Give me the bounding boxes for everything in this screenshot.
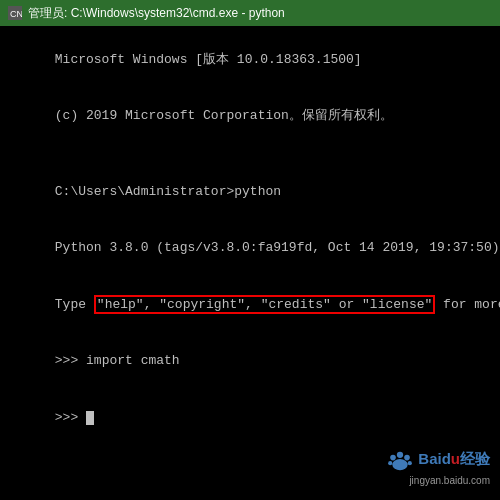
line-type-hint: Type "help", "copyright", "credits" or "… [8,277,492,334]
line-cwd: C:\Users\Administrator>python [8,164,492,221]
svg-point-2 [393,459,408,470]
cmd-window: CN 管理员: C:\Windows\system32\cmd.exe - py… [0,0,500,500]
import-cmd: import cmath [86,353,180,368]
baidu-paw-icon [386,445,414,473]
svg-point-7 [408,461,412,465]
title-bar: CN 管理员: C:\Windows\system32\cmd.exe - py… [0,0,500,26]
line-python-version: Python 3.8.0 (tags/v3.8.0:fa919fd, Oct 1… [8,220,492,277]
cursor [86,411,94,425]
svg-point-5 [405,454,411,460]
svg-point-4 [397,451,403,457]
line-win-version: Microsoft Windows [版本 10.0.18363.1500] [8,32,492,89]
type-hint-suffix: for more info [435,297,500,312]
baidu-watermark: Baidu经验 jingyan.baidu.com [386,445,490,489]
line-blank1 [8,145,492,164]
type-hint-prefix: Type [55,297,94,312]
line-import: >>> import cmath [8,334,492,391]
type-hint-highlight: "help", "copyright", "credits" or "licen… [94,295,435,314]
prompt-2: >>> [55,410,86,425]
title-bar-icon: CN [8,6,22,20]
svg-point-3 [391,454,397,460]
baidu-brand-text: Baidu经验 [418,448,490,470]
svg-text:CN: CN [10,9,22,19]
prompt-1: >>> [55,353,86,368]
baidu-url: jingyan.baidu.com [409,474,490,489]
line-copyright: (c) 2019 Microsoft Corporation。保留所有权利。 [8,89,492,146]
title-bar-text: 管理员: C:\Windows\system32\cmd.exe - pytho… [28,5,285,22]
terminal-body[interactable]: Microsoft Windows [版本 10.0.18363.1500] (… [0,26,500,500]
baidu-logo: Baidu经验 [386,445,490,473]
svg-point-6 [388,461,392,465]
line-blank-prompt: >>> [8,390,492,447]
